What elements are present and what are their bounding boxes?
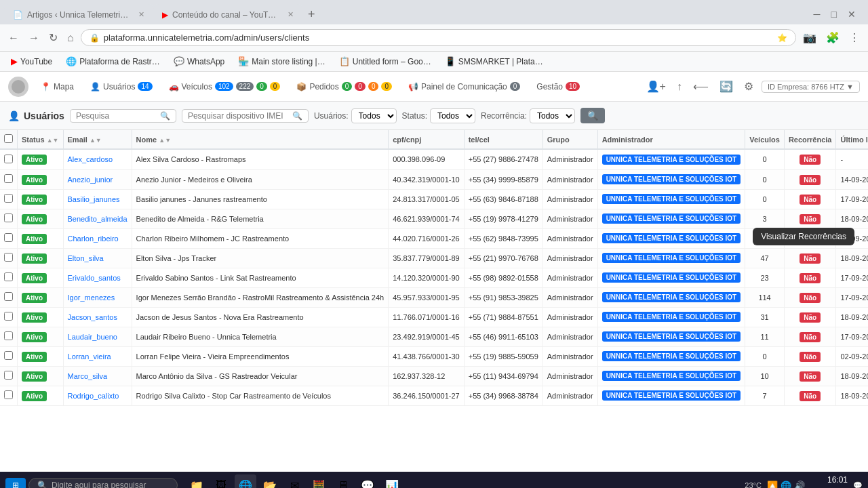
row-checkbox[interactable] [4,155,13,163]
row-checkbox[interactable] [4,371,13,380]
sys-icon-vol[interactable]: 🔊 [794,481,805,489]
screenshot-button[interactable]: 📷 [800,28,819,47]
th-ultimo-login[interactable]: Último login [836,130,868,149]
th-email[interactable]: Email ▲▼ [63,130,132,149]
row-checkbox-cell[interactable] [0,386,18,405]
taskbar-icon-browser[interactable]: 🌐 [235,474,256,488]
sys-icon-up[interactable]: 🔼 [767,481,778,489]
taskbar-clock: 16:01 18/09/2022 [810,474,848,488]
row-checkbox-cell[interactable] [0,327,18,346]
row-checkbox-cell[interactable] [0,209,18,228]
th-nome[interactable]: Nome ▲▼ [132,130,389,149]
sys-icon-net[interactable]: 🌐 [781,481,791,489]
address-bar[interactable]: 🔒 plataforma.unnicatelemetria.com/admin/… [81,29,796,46]
row-checkbox[interactable] [4,233,13,242]
home-button[interactable]: ⌂ [64,29,77,47]
taskbar-icon-files[interactable]: 📁 [186,474,208,488]
bookmark-youtube[interactable]: ▶ YouTube [5,55,58,68]
taskbar-icon-explorer[interactable]: 📂 [259,474,281,488]
tab-inactive-1[interactable]: 📄 Artigos ‹ Unnica Telemetria – Ár… ✕ [4,4,153,24]
bookmark-smsmarket[interactable]: 📱 SMSMARKET | Plata… [439,55,549,68]
nav-gestao[interactable]: Gestão 10 [530,79,587,94]
recorrencia-filter-select[interactable]: Todos [530,108,575,123]
device-search-box[interactable]: 🔍 [182,109,309,123]
add-user-button[interactable]: 👤+ [644,77,669,96]
forward-button[interactable]: → [26,29,42,47]
nav-veiculos[interactable]: 🚗 Veículos 102 222 0 0 [162,79,288,94]
th-cpf[interactable]: cpf/cnpj [389,130,464,149]
row-nome: Lorran Felipe Vieira - Vieira Empreendim… [132,346,389,366]
row-checkbox-cell[interactable] [0,366,18,386]
row-checkbox[interactable] [4,174,13,183]
company-id[interactable]: ID Empresa: 8766 HTZ ▼ [762,81,860,93]
reload-button[interactable]: ↻ [46,28,60,47]
nav-icon-btn-2[interactable]: ↑ [674,78,685,96]
close-button[interactable]: ✕ [845,6,859,22]
row-checkbox-cell[interactable] [0,189,18,209]
tab-inactive-2[interactable]: ▶ Conteúdo do canal – YouTube St… ✕ [153,4,302,24]
back-button[interactable]: ← [5,29,22,47]
nav-icon-btn-4[interactable]: 🔄 [717,77,736,96]
row-checkbox[interactable] [4,253,13,262]
nav-icon-btn-5[interactable]: ⚙ [741,77,756,96]
row-checkbox-cell[interactable] [0,307,18,327]
row-checkbox-cell[interactable] [0,287,18,307]
row-checkbox-cell[interactable] [0,268,18,287]
row-checkbox[interactable] [4,331,13,340]
row-checkbox[interactable] [4,272,13,281]
extensions-button[interactable]: 🧩 [823,28,842,47]
maximize-button[interactable]: □ [829,6,840,22]
th-checkbox[interactable] [0,130,18,149]
row-checkbox-cell[interactable] [0,169,18,189]
nav-painel[interactable]: 📢 Painel de Comunicação 0 [401,79,527,94]
row-checkbox[interactable] [4,351,13,360]
row-checkbox-cell[interactable] [0,248,18,268]
taskbar-icon-chat[interactable]: 💬 [357,474,378,488]
select-all-checkbox[interactable] [4,134,13,143]
th-tel[interactable]: tel/cel [464,130,542,149]
row-checkbox-cell[interactable] [0,149,18,169]
th-administrador[interactable]: Administrador [597,130,745,149]
row-checkbox[interactable] [4,390,13,399]
search-input[interactable] [76,111,157,121]
nav-mapa[interactable]: 📍 Mapa [34,79,81,94]
bookmark-whatsapp[interactable]: 💬 WhatsApp [168,55,230,68]
row-ultimo-login: 18-09-2022 14:44:57 [836,386,868,405]
nav-pedidos[interactable]: 📦 Pedidos 0 0 0 0 [290,79,399,94]
taskbar-icon-thumbnail[interactable]: 🖼 [210,474,232,488]
th-status[interactable]: Status ▲▼ [18,130,64,149]
bookmark-plataforma[interactable]: 🌐 Plataforma de Rastr… [60,55,165,68]
bookmark-mainstore[interactable]: 🏪 Main store listing |… [233,55,331,68]
taskbar-search[interactable]: 🔍 Digite aqui para pesquisar [28,478,178,488]
tab-close[interactable]: ✕ [138,10,144,19]
row-checkbox[interactable] [4,194,13,203]
minimize-button[interactable]: ─ [811,6,823,22]
row-veiculos: 0 [745,149,785,169]
tab-close-2[interactable]: ✕ [288,10,294,19]
row-checkbox[interactable] [4,312,13,321]
nav-usuarios[interactable]: 👤 Usuários 14 [83,79,159,94]
bookmark-untitled-form[interactable]: 📋 Untitled form – Goo… [334,55,437,68]
usuarios-filter-select[interactable]: Todos [351,108,397,123]
search-box[interactable]: 🔍 [70,109,176,123]
row-checkbox[interactable] [4,214,13,222]
row-checkbox-cell[interactable] [0,346,18,366]
row-checkbox-cell[interactable] [0,228,18,248]
status-filter-select[interactable]: Todos [430,108,475,123]
th-grupo[interactable]: Grupo [542,130,597,149]
th-recorrencia[interactable]: Recorrência [784,130,836,149]
taskbar-icon-calc[interactable]: 🧮 [308,474,330,488]
taskbar-notification-icon[interactable]: 💬 [853,481,863,489]
filter-search-button[interactable]: 🔍 [580,108,605,123]
device-imei-input[interactable] [188,111,290,121]
row-checkbox[interactable] [4,292,13,301]
nav-icon-btn-3[interactable]: ⟵ [690,77,711,96]
row-cpf: 35.837.779/0001-89 [389,248,464,268]
taskbar-icon-mail[interactable]: ✉ [283,474,305,488]
th-veiculos[interactable]: Veículos [745,130,785,149]
new-tab-button[interactable]: + [302,7,321,22]
start-button[interactable]: ⊞ [5,478,26,488]
taskbar-icon-remote[interactable]: 🖥 [332,474,354,488]
taskbar-icon-monitor[interactable]: 📊 [381,474,403,488]
menu-button[interactable]: ⋮ [846,28,863,47]
